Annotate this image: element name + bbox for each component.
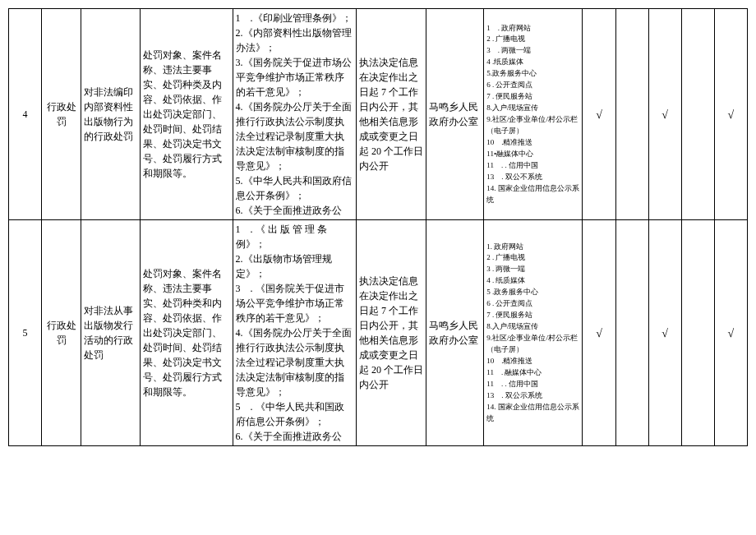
cell-time: 执法决定信息在决定作出之日起 7 个工作日内公开，其他相关信息形成或变更之日起 … — [356, 220, 426, 446]
cell-basis: 1 . 《 出 版 管 理 条例》； 2.《出版物市场管理规定》； 3 . 《国… — [233, 220, 356, 446]
cell-category: 行政处罚 — [42, 220, 81, 446]
cell-seq: 4 — [9, 9, 42, 220]
cell-matter: 对非法从事出版物发行活动的行政处罚 — [81, 220, 141, 446]
cell-chk4 — [681, 9, 714, 220]
cell-channel: 1. 政府网站 2 . 广播电视 3 . 两微一端 4 . 纸质媒体 5 .政务… — [484, 220, 583, 446]
cell-chk5: √ — [714, 220, 747, 446]
cell-chk2 — [615, 220, 648, 446]
table-row: 5 行政处罚 对非法从事出版物发行活动的行政处罚 处罚对象、案件名称、违法主要事… — [9, 220, 748, 446]
cell-content: 处罚对象、案件名称、违法主要事实、处罚种类和内容、处罚依据、作出处罚决定部门、处… — [141, 220, 233, 446]
table-body: 4 行政处罚 对非法编印内部资料性出版物行为的行政处罚 处罚对象、案件名称、违法… — [9, 9, 748, 446]
cell-seq: 5 — [9, 220, 42, 446]
cell-matter: 对非法编印内部资料性出版物行为的行政处罚 — [81, 9, 141, 220]
cell-subject: 马鸣乡人民政府办公室 — [426, 9, 484, 220]
cell-chk3: √ — [648, 9, 681, 220]
cell-chk1: √ — [583, 220, 615, 446]
cell-channel: 1 . 政府网站 2 . 广播电视 3 . 两微一端 4 .纸质媒体 5.政务服… — [484, 9, 583, 220]
cell-chk5: √ — [714, 9, 747, 220]
cell-chk3: √ — [648, 220, 681, 446]
cell-time: 执法决定信息在决定作出之日起 7 个工作日内公开，其他相关信息形成或变更之日起 … — [356, 9, 426, 220]
cell-subject: 马鸣乡人民政府办公室 — [426, 220, 484, 446]
cell-chk2 — [615, 9, 648, 220]
cell-chk4 — [681, 220, 714, 446]
table-row: 4 行政处罚 对非法编印内部资料性出版物行为的行政处罚 处罚对象、案件名称、违法… — [9, 9, 748, 220]
cell-chk1: √ — [583, 9, 615, 220]
cell-category: 行政处罚 — [42, 9, 81, 220]
cell-content: 处罚对象、案件名称、违法主要事实、处罚种类及内容、处罚依据、作出处罚决定部门、处… — [141, 9, 233, 220]
disclosure-table: 4 行政处罚 对非法编印内部资料性出版物行为的行政处罚 处罚对象、案件名称、违法… — [8, 8, 748, 446]
cell-basis: 1 .《印刷业管理条例》； 2.《内部资料性出版物管理办法》； 3.《国务院关于… — [233, 9, 356, 220]
